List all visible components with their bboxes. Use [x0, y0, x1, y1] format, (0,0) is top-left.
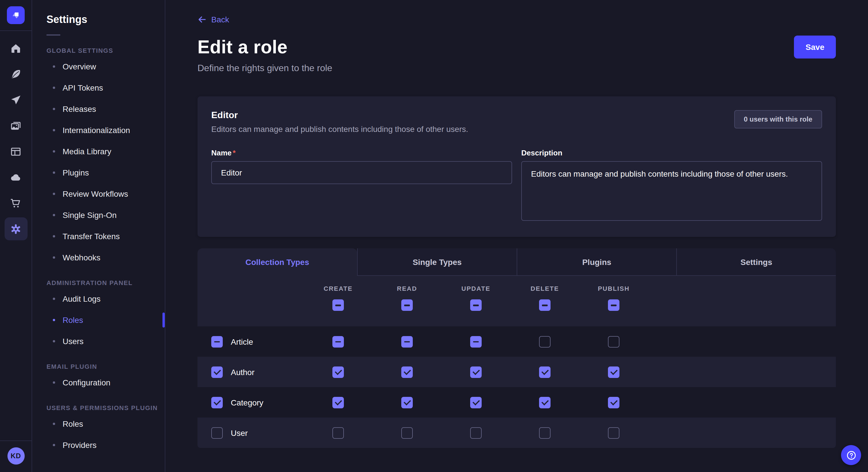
sidebar-item-transfer-tokens[interactable]: Transfer Tokens [46, 225, 165, 247]
sidebar-item-plugins[interactable]: Plugins [46, 162, 165, 183]
rail-item-home[interactable] [4, 37, 27, 60]
save-button[interactable]: Save [794, 36, 836, 59]
permission-checkbox[interactable] [539, 336, 551, 347]
permission-checkbox[interactable] [608, 336, 619, 347]
tab-settings[interactable]: Settings [676, 248, 836, 276]
description-label: Description [521, 148, 562, 157]
permission-checkbox[interactable] [401, 397, 413, 408]
rail-item-cloud[interactable] [4, 166, 27, 189]
sidebar-item-label: Overview [63, 62, 96, 71]
permission-checkbox[interactable] [539, 366, 551, 378]
bullet-dot [53, 381, 55, 383]
sidebar-item-users[interactable]: Users [46, 330, 165, 351]
sidebar-item-label: Media Library [63, 146, 112, 156]
bullet-dot [53, 150, 55, 152]
row-select-checkbox[interactable] [211, 336, 223, 347]
home-icon [10, 42, 22, 54]
logo-area [0, 0, 32, 31]
sidebar-item-webhooks[interactable]: Webhooks [46, 247, 165, 268]
avatar[interactable]: KD [7, 447, 24, 465]
permission-checkbox[interactable] [332, 336, 344, 347]
row-select-checkbox[interactable] [211, 427, 223, 438]
permission-checkbox[interactable] [332, 366, 344, 378]
sidebar-item-overview[interactable]: Overview [46, 56, 165, 77]
permission-checkbox[interactable] [332, 397, 344, 408]
permission-checkbox[interactable] [608, 366, 619, 378]
permission-checkbox[interactable] [470, 336, 482, 347]
tab-collection-types[interactable]: Collection Types [197, 248, 357, 276]
permission-checkbox[interactable] [401, 336, 413, 347]
description-textarea[interactable]: Editors can manage and publish contents … [521, 161, 822, 221]
sidebar-item-label: Audit Logs [63, 294, 100, 303]
column-label: READ [397, 285, 417, 292]
bullet-dot [53, 256, 55, 258]
sidebar-item-review-workflows[interactable]: Review Workflows [46, 183, 165, 204]
permission-checkbox[interactable] [470, 366, 482, 378]
column-label: DELETE [531, 285, 559, 292]
permission-checkbox[interactable] [539, 397, 551, 408]
help-button[interactable] [841, 445, 861, 465]
rail-item-paper-plane[interactable] [4, 88, 27, 111]
sidebar-item-roles[interactable]: Roles [46, 413, 165, 434]
permission-cell-read [373, 336, 441, 347]
rail-item-feather[interactable] [4, 63, 27, 86]
permission-cell-create [304, 366, 373, 378]
permission-checkbox[interactable] [401, 366, 413, 378]
permission-checkbox[interactable] [470, 427, 482, 438]
sidebar-item-label: Transfer Tokens [63, 231, 120, 241]
users-with-role-button[interactable]: 0 users with this role [734, 110, 822, 129]
cart-icon [10, 197, 22, 209]
permission-checkbox[interactable] [401, 427, 413, 438]
sidebar-item-audit-logs[interactable]: Audit Logs [46, 288, 165, 309]
sidebar-item-media-library[interactable]: Media Library [46, 140, 165, 162]
bullet-dot [53, 214, 55, 216]
tab-single-types[interactable]: Single Types [357, 248, 517, 276]
rail-nav [4, 37, 27, 240]
sidebar-item-releases[interactable]: Releases [46, 98, 165, 119]
name-input[interactable] [211, 161, 512, 184]
column-label: CREATE [324, 285, 353, 292]
images-icon [10, 120, 22, 132]
rail-item-layout[interactable] [4, 140, 27, 163]
row-name-cell: Article [197, 336, 304, 347]
sidebar-section-label: EMAIL PLUGIN [46, 363, 165, 370]
tab-plugins[interactable]: Plugins [517, 248, 676, 276]
rail-item-gear[interactable] [4, 217, 27, 240]
sidebar-sections: GLOBAL SETTINGSOverviewAPI TokensRelease… [46, 47, 165, 456]
sidebar-item-single-sign-on[interactable]: Single Sign-On [46, 204, 165, 225]
column-select-all-checkbox[interactable] [401, 299, 413, 311]
sidebar-item-api-tokens[interactable]: API Tokens [46, 77, 165, 98]
sidebar-item-internationalization[interactable]: Internationalization [46, 119, 165, 140]
permission-checkbox[interactable] [608, 397, 619, 408]
arrow-left-icon [197, 15, 207, 24]
permission-cell-create [304, 397, 373, 408]
permission-row-article: Article [197, 326, 836, 357]
column-select-all-checkbox[interactable] [332, 299, 344, 311]
permissions-header-row: CREATEREADUPDATEDELETEPUBLISH [197, 276, 836, 326]
permission-cell-delete [510, 366, 579, 378]
column-header-delete: DELETE [510, 276, 579, 311]
permission-checkbox[interactable] [539, 427, 551, 438]
column-label: PUBLISH [598, 285, 630, 292]
permission-cell-update [441, 336, 510, 347]
column-select-all-checkbox[interactable] [608, 299, 619, 311]
column-select-all-checkbox[interactable] [470, 299, 482, 311]
required-asterisk: * [233, 148, 236, 157]
permission-cell-read [373, 427, 441, 438]
rail-item-images[interactable] [4, 114, 27, 137]
page-subtitle: Define the rights given to the role [197, 63, 836, 73]
column-select-all-checkbox[interactable] [539, 299, 551, 311]
sidebar-item-configuration[interactable]: Configuration [46, 372, 165, 393]
sidebar-item-providers[interactable]: Providers [46, 434, 165, 456]
permission-checkbox[interactable] [470, 397, 482, 408]
bullet-dot [53, 235, 55, 237]
row-select-checkbox[interactable] [211, 397, 223, 408]
strapi-logo-icon[interactable] [7, 6, 25, 24]
back-link[interactable]: Back [197, 15, 229, 24]
rail-item-cart[interactable] [4, 192, 27, 214]
permission-checkbox[interactable] [608, 427, 619, 438]
permission-checkbox[interactable] [332, 427, 344, 438]
sidebar-item-roles[interactable]: Roles [46, 309, 165, 330]
role-name-heading: Editor [211, 110, 468, 121]
row-select-checkbox[interactable] [211, 366, 223, 378]
